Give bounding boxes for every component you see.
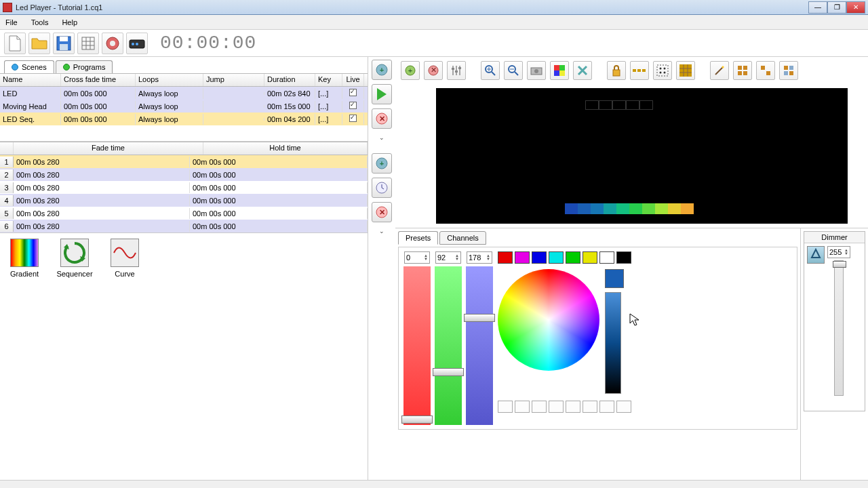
lock-button[interactable] xyxy=(607,61,626,80)
maximize-button[interactable]: ❐ xyxy=(827,1,846,14)
step-row[interactable]: 200m 00s 28000m 00s 000 xyxy=(0,168,368,181)
device-button[interactable] xyxy=(126,33,148,54)
custom-swatch[interactable] xyxy=(583,401,597,413)
custom-swatch[interactable] xyxy=(599,401,614,413)
faders-button[interactable] xyxy=(447,61,466,80)
blue-slider[interactable] xyxy=(466,266,493,425)
col-live[interactable]: Live xyxy=(342,74,364,86)
red-value-input[interactable]: 0▲▼ xyxy=(404,251,430,264)
scene-row[interactable]: LED Seq.00m 00s 000Always loop00m 04s 20… xyxy=(0,113,368,125)
svg-rect-24 xyxy=(458,67,461,69)
close-button[interactable]: ✕ xyxy=(846,1,865,14)
add-step-button[interactable]: + xyxy=(372,153,392,174)
save-file-button[interactable] xyxy=(53,33,75,54)
custom-swatch[interactable] xyxy=(498,401,513,413)
svg-point-7 xyxy=(132,43,134,45)
tab-scenes[interactable]: Scenes xyxy=(4,60,54,73)
swatch[interactable] xyxy=(616,251,631,264)
minimize-button[interactable]: — xyxy=(808,1,827,14)
menu-help[interactable]: Help xyxy=(59,17,80,28)
zoom-out-button[interactable] xyxy=(504,61,523,80)
svg-rect-45 xyxy=(738,71,742,75)
group-c-button[interactable] xyxy=(779,61,798,80)
fixture-row-top xyxy=(585,100,653,110)
step-row[interactable]: 300m 00s 28000m 00s 000 xyxy=(0,181,368,194)
color-squares-button[interactable] xyxy=(550,61,569,80)
col-name[interactable]: Name xyxy=(0,74,61,86)
remove-fixture-button[interactable]: ✕ xyxy=(424,61,443,80)
preset-picker: Gradient Sequencer Curve xyxy=(0,232,368,480)
menu-file[interactable]: File xyxy=(3,17,20,28)
snapshot-button[interactable] xyxy=(527,61,546,80)
svg-point-28 xyxy=(534,69,538,73)
new-file-button[interactable] xyxy=(4,33,26,54)
custom-swatch[interactable] xyxy=(532,401,547,413)
dash-button[interactable] xyxy=(630,61,649,80)
dimmer-value-input[interactable]: 255▲▼ xyxy=(827,246,850,258)
col-fade[interactable]: Fade time xyxy=(14,142,203,155)
step-row[interactable]: 400m 00s 28000m 00s 000 xyxy=(0,194,368,207)
step-row[interactable]: 600m 00s 28000m 00s 000 xyxy=(0,220,368,232)
swatch[interactable] xyxy=(599,251,614,264)
swatch[interactable] xyxy=(498,251,513,264)
color-wheel[interactable] xyxy=(498,269,599,371)
col-hold[interactable]: Hold time xyxy=(203,142,368,155)
col-key[interactable]: Key xyxy=(315,74,342,86)
delete-scene-button[interactable]: ✕ xyxy=(372,108,392,129)
play-button[interactable] xyxy=(372,84,392,104)
preset-gradient[interactable]: Gradient xyxy=(5,239,43,474)
color-disc-button[interactable] xyxy=(102,33,123,54)
preview-viewport[interactable] xyxy=(436,88,848,224)
grid-button[interactable] xyxy=(77,33,99,54)
scene-row[interactable]: LED00m 00s 000Always loop00m 02s 840[...… xyxy=(0,87,368,100)
custom-swatch[interactable] xyxy=(566,401,580,413)
group-a-button[interactable] xyxy=(733,61,752,80)
custom-swatch[interactable] xyxy=(616,401,631,413)
svg-rect-22 xyxy=(452,68,454,70)
svg-rect-42 xyxy=(679,64,692,77)
group-b-button[interactable] xyxy=(756,61,775,80)
dimmer-slider[interactable] xyxy=(834,260,844,396)
col-cross[interactable]: Cross fade time xyxy=(61,74,136,86)
step-row[interactable]: 100m 00s 28000m 00s 000 xyxy=(0,155,368,168)
preset-curve[interactable]: Curve xyxy=(106,239,144,474)
tab-programs[interactable]: Programs xyxy=(56,60,113,73)
expand-steps-icon[interactable]: ⌄ xyxy=(378,226,386,236)
scene-row[interactable]: Moving Head00m 00s 000Always loop00m 15s… xyxy=(0,100,368,113)
custom-swatch[interactable] xyxy=(549,401,564,413)
col-duration[interactable]: Duration xyxy=(264,74,315,86)
tab-channels[interactable]: Channels xyxy=(439,231,486,245)
settings-button[interactable] xyxy=(573,61,592,80)
green-slider[interactable] xyxy=(435,266,462,425)
swatch[interactable] xyxy=(583,251,597,264)
menu-tools[interactable]: Tools xyxy=(28,17,52,28)
expand-scenes-icon[interactable]: ⌄ xyxy=(378,133,386,142)
green-value-input[interactable]: 92▲▼ xyxy=(435,251,461,264)
open-file-button[interactable] xyxy=(28,33,50,54)
add-fixture-button[interactable]: + xyxy=(401,61,420,80)
red-slider[interactable] xyxy=(403,266,431,425)
step-row[interactable]: 500m 00s 28000m 00s 000 xyxy=(0,207,368,220)
zoom-in-button[interactable] xyxy=(481,61,500,80)
step-timing-button[interactable] xyxy=(372,178,392,198)
swatch[interactable] xyxy=(566,251,580,264)
status-bar xyxy=(0,480,868,488)
swatch[interactable] xyxy=(549,251,564,264)
blue-value-input[interactable]: 178▲▼ xyxy=(467,251,492,264)
tab-presets[interactable]: Presets xyxy=(398,231,438,245)
delete-step-button[interactable]: ✕ xyxy=(372,202,392,222)
value-slider[interactable] xyxy=(605,292,621,394)
wand-button[interactable] xyxy=(710,61,729,80)
add-scene-button[interactable]: + xyxy=(372,60,392,80)
dimmer-icon[interactable] xyxy=(807,246,825,264)
select-dots-button[interactable] xyxy=(653,61,672,80)
custom-swatch[interactable] xyxy=(515,401,530,413)
gradient-icon xyxy=(10,239,39,267)
swatch[interactable] xyxy=(532,251,547,264)
col-jump[interactable]: Jump xyxy=(203,74,264,86)
grid-fill-button[interactable] xyxy=(676,61,695,80)
col-loops[interactable]: Loops xyxy=(136,74,203,86)
preset-sequencer[interactable]: Sequencer xyxy=(56,239,94,474)
swatch[interactable] xyxy=(515,251,530,264)
svg-rect-52 xyxy=(789,71,793,75)
